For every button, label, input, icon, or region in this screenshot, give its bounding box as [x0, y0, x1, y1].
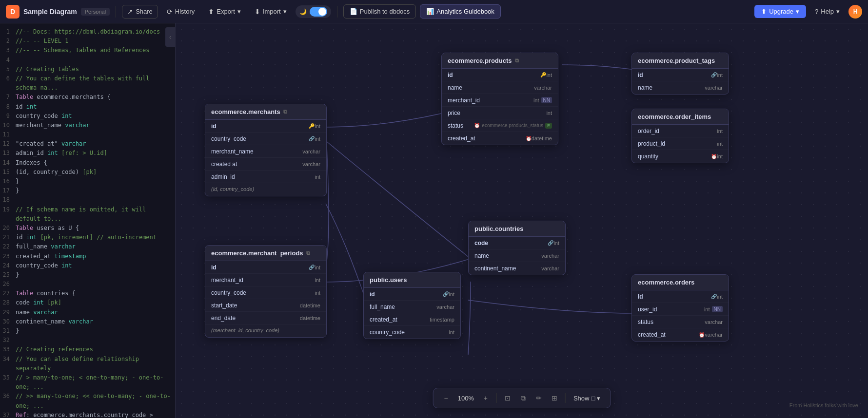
layout-icon: ⊞ — [552, 394, 557, 402]
line-content: Indexes { — [16, 158, 175, 168]
analytics-button[interactable]: 📊 Analytics Guidebook — [420, 4, 501, 19]
status-icon[interactable]: ⏰ — [474, 123, 480, 128]
line-number: 27 — [0, 289, 16, 298]
line-number: 15 — [0, 168, 16, 177]
line-number: 37 — [0, 411, 16, 418]
draw-button[interactable]: ✏ — [532, 391, 546, 405]
line-number: 13 — [0, 149, 16, 158]
line-number: 22 — [0, 242, 16, 251]
clock-icon[interactable]: ⏰ — [526, 136, 532, 141]
analytics-icon: 📊 — [426, 8, 434, 15]
key-icon[interactable]: 🔑 — [540, 72, 546, 77]
table-public-countries: public.countries code 🔗 int name varchar… — [468, 221, 566, 275]
table-header: public.users — [364, 272, 460, 288]
export-chevron-icon: ▾ — [237, 8, 241, 15]
enum-badge: E — [545, 123, 552, 129]
table-ecommerce-products: ecommerce.products ⧉ id 🔑 int name varch… — [441, 53, 558, 145]
nn-badge: NN — [712, 306, 723, 312]
link-icon[interactable]: 🔗 — [309, 136, 315, 141]
theme-toggle[interactable] — [310, 7, 327, 17]
line-content: id int [pk, increment] // auto-increment — [16, 233, 175, 242]
code-line: 37Ref: ecommerce.merchants.country_code … — [0, 411, 175, 418]
line-content: Table countries { — [16, 289, 175, 298]
diagram-title-section: Sample Diagram — [23, 8, 77, 16]
zoom-in-button[interactable]: + — [479, 391, 493, 405]
export-icon: ⬆ — [208, 8, 214, 16]
duplicate-button[interactable]: ⧉ — [516, 391, 530, 405]
share-icon: ↗ — [127, 8, 133, 16]
line-number: 20 — [0, 224, 16, 233]
divider-2 — [337, 6, 337, 18]
zoom-level: 100% — [455, 395, 477, 402]
line-number: 19 — [0, 205, 16, 224]
link-icon[interactable]: 🔗 — [711, 294, 717, 299]
link-icon[interactable]: 🔗 — [309, 265, 315, 270]
code-line: 2//-- -- LEVEL 1 — [0, 37, 175, 46]
code-panel: 1//-- Docs: https://dbml.dbdiagram.io/do… — [0, 23, 176, 418]
code-line: 1//-- Docs: https://dbml.dbdiagram.io/do… — [0, 27, 175, 37]
line-content: Ref: ecommerce.merchants.country_code > … — [16, 411, 175, 418]
line-number: 36 — [0, 392, 16, 410]
copy-icon[interactable]: ⧉ — [515, 57, 519, 64]
line-content: // If schema name is omitted, it will de… — [16, 205, 175, 224]
code-line: 3//-- -- Schemas, Tables and References — [0, 46, 175, 55]
code-line: 13 admin_id int [ref: > U.id] — [0, 149, 175, 158]
link-icon[interactable]: 🔗 — [548, 240, 553, 246]
show-menu-button[interactable]: Show □ ▾ — [570, 393, 604, 404]
line-number: 23 — [0, 252, 16, 261]
table-ecommerce-merchant-periods: ecommerce.merchant_periods ⧉ id 🔗 int me… — [205, 245, 327, 338]
show-chevron-icon: ▾ — [597, 395, 600, 402]
table-row: start_date datetime — [205, 299, 326, 312]
copy-icon[interactable]: ⧉ — [283, 109, 287, 115]
table-title: ecommerce.merchants — [211, 108, 280, 115]
collapse-panel-button[interactable]: ‹ — [165, 27, 175, 47]
line-content: //-- -- Schemas, Tables and References — [16, 46, 175, 55]
table-row: merchant_name varchar — [205, 145, 326, 158]
fit-view-button[interactable]: ⊡ — [501, 391, 514, 405]
table-row: quantity ⏰ int — [632, 150, 729, 163]
line-number: 24 — [0, 261, 16, 270]
export-button[interactable]: ⬆ Export ▾ — [203, 5, 246, 18]
divider-1 — [116, 6, 116, 18]
table-row: name varchar — [442, 81, 558, 94]
table-row: admin_id int — [205, 171, 326, 183]
table-row: created_at timestamp — [364, 313, 460, 326]
link-icon[interactable]: 🔗 — [443, 291, 449, 297]
table-row: continent_name varchar — [469, 262, 565, 275]
diagram-canvas[interactable]: ecommerce.merchants ⧉ id 🔑 int country_c… — [176, 23, 868, 418]
table-row: id 🔗 int — [205, 261, 326, 274]
history-button[interactable]: ⟳ History — [162, 5, 199, 18]
table-title: ecommerce.orders — [638, 279, 694, 286]
line-content: code int [pk] — [16, 298, 175, 307]
pen-icon: ✏ — [536, 394, 542, 402]
layout-button[interactable]: ⊞ — [548, 391, 561, 405]
show-icon: □ — [591, 395, 595, 402]
key-icon[interactable]: 🔑 — [309, 123, 315, 129]
upgrade-button[interactable]: ⬆ Upgrade ▾ — [754, 5, 806, 18]
publish-button[interactable]: 📄 Publish to dbdocs — [343, 4, 416, 19]
line-content: "created at" varchar — [16, 139, 175, 149]
code-line: 33// Creating references — [0, 345, 175, 354]
line-content: // You can define the tables with full s… — [16, 74, 175, 93]
share-button[interactable]: ↗ Share — [122, 5, 158, 19]
link-icon[interactable]: 🔗 — [711, 72, 717, 77]
zoom-out-button[interactable]: − — [439, 391, 453, 405]
user-avatar[interactable]: H — [848, 5, 862, 19]
line-number: 1 — [0, 27, 16, 37]
line-number: 16 — [0, 177, 16, 186]
line-content: Table users as U { — [16, 224, 175, 233]
code-line: 32 — [0, 336, 175, 345]
table-ecommerce-orders: ecommerce.orders id 🔗 int user_id int NN… — [631, 274, 729, 342]
code-line: 20Table users as U { — [0, 224, 175, 233]
clock-icon[interactable]: ⏰ — [699, 332, 705, 338]
copy-icon[interactable]: ⧉ — [306, 250, 310, 256]
table-header: ecommerce.product_tags — [632, 53, 729, 69]
line-number: 5 — [0, 65, 16, 74]
import-button[interactable]: ⬇ Import ▾ — [250, 5, 292, 18]
line-number: 14 — [0, 158, 16, 168]
help-button[interactable]: ? Help ▾ — [810, 5, 845, 18]
line-number: 12 — [0, 139, 16, 149]
clock-icon[interactable]: ⏰ — [711, 154, 717, 159]
personal-badge: Personal — [81, 8, 110, 16]
table-row: status varchar — [632, 316, 729, 328]
